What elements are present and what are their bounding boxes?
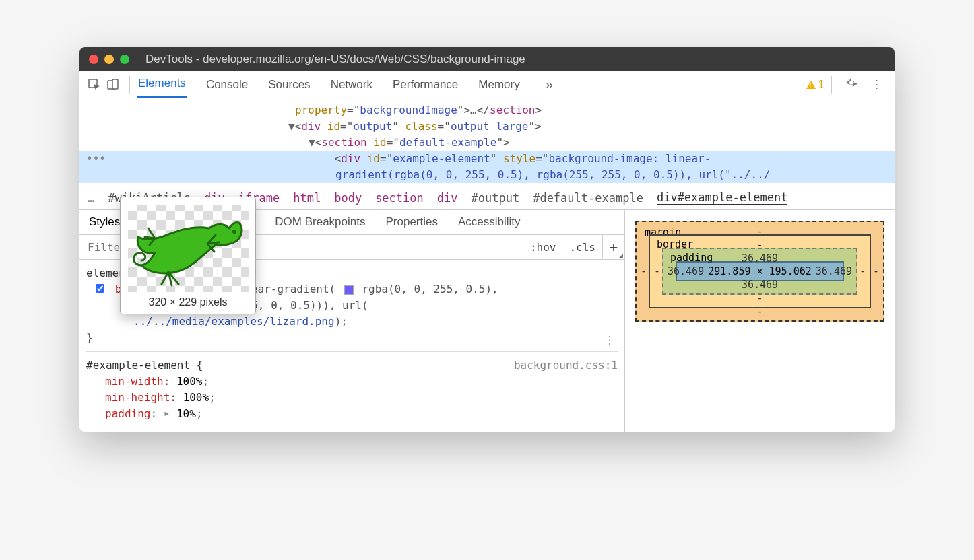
dom-line[interactable]: ▼<section id="default-example"> [79,135,895,151]
devtools-window: DevTools - developer.mozilla.org/en-US/d… [79,47,895,432]
tabs-overflow-icon[interactable]: » [539,77,560,92]
box-model-margin[interactable]: margin - - - - border - - - - padding 36… [635,221,884,322]
settings-icon[interactable] [839,77,864,92]
disclosure-triangle-icon[interactable]: ▼ [288,120,295,133]
preview-caption: 320 × 229 pixels [128,296,248,308]
prop-value[interactable]: 10% [176,407,196,420]
style-rule[interactable]: background.css:1 #example-element { min-… [86,357,618,422]
tab-console[interactable]: Console [205,73,249,97]
box-model-pane: margin - - - - border - - - - padding 36… [625,210,895,432]
lizard-icon [128,205,249,292]
dom-line[interactable]: property="backgroundImage">…</section> [79,102,895,118]
image-preview-tooltip: 320 × 229 pixels [120,197,256,314]
url-link[interactable]: ../../media/examples/lizard.png [133,315,335,328]
prop-name[interactable]: padding [105,407,150,420]
cls-toggle[interactable]: .cls [562,237,602,258]
box-model-border[interactable]: border - - - - padding 36.469 36.469 36.… [649,234,871,308]
prop-name[interactable]: min-width [105,375,164,388]
color-swatch-icon[interactable] [344,285,354,295]
crumb[interactable]: div [437,191,458,205]
crumb[interactable]: body [334,191,362,205]
tab-elements[interactable]: Elements [137,71,187,98]
subtab-accessibility[interactable]: Accessibility [458,215,521,229]
crumb[interactable]: #output [472,191,520,205]
hov-toggle[interactable]: :hov [523,237,563,258]
subtab-dom-breakpoints[interactable]: DOM Breakpoints [275,215,365,229]
tab-memory[interactable]: Memory [477,73,521,97]
more-menu-icon[interactable]: ⋮ [864,77,889,92]
new-style-rule-button[interactable]: + [602,235,624,259]
device-icon[interactable] [104,79,123,91]
warnings-badge[interactable]: 1 [806,78,824,92]
warnings-count: 1 [818,78,824,92]
rule-menu-icon[interactable]: ⋮ [604,332,615,349]
dom-tree[interactable]: property="backgroundImage">…</section> ▼… [79,98,895,186]
toolbar: Elements Console Sources Network Perform… [79,71,895,98]
window-titlebar: DevTools - developer.mozilla.org/en-US/d… [79,47,895,71]
dom-line[interactable]: ▼<div id="output" class="output large"> [79,118,895,135]
tab-performance[interactable]: Performance [391,73,459,97]
crumb[interactable]: #default-example [533,191,643,205]
window-minimize-button[interactable] [104,55,114,64]
breadcrumb-overflow-icon[interactable]: … [88,191,94,205]
subtab-styles[interactable]: Styles [89,215,120,229]
prop-name[interactable]: min-height [105,391,170,404]
property-toggle-checkbox[interactable] [96,284,104,293]
window-close-button[interactable] [89,55,98,64]
prop-value[interactable]: 100% [176,375,203,388]
crumb[interactable]: section [375,191,424,205]
ellipsis-icon[interactable]: ••• [79,152,106,165]
svg-point-3 [232,230,236,234]
dom-line-selected[interactable]: gradient(rgba(0, 0, 255, 0.5), rgba(255,… [79,167,895,183]
disclosure-triangle-icon[interactable]: ▼ [309,136,315,149]
preview-image [128,205,249,292]
subtab-properties[interactable]: Properties [385,215,437,229]
dom-line-selected[interactable]: ••• <div id="example-element" style="bac… [79,151,895,167]
tab-network[interactable]: Network [329,73,374,97]
expand-triangle-icon[interactable]: ▸ [164,405,170,421]
styles-pane: 320 × 229 pixels Styles DOM Breakpoints … [79,210,625,432]
crumb[interactable]: html [293,191,321,205]
svg-rect-2 [112,79,118,89]
tab-sources[interactable]: Sources [267,73,311,97]
inspect-icon[interactable] [85,79,104,91]
window-title: DevTools - developer.mozilla.org/en-US/d… [145,53,525,66]
window-zoom-button[interactable] [120,55,129,64]
box-model-padding[interactable]: padding 36.469 36.469 36.469 36.469 291.… [662,248,857,295]
rule-source-link[interactable]: background.css:1 [514,357,618,374]
crumb-selected[interactable]: div#example-element [657,190,787,205]
prop-value[interactable]: 100% [183,391,209,404]
warning-icon [806,81,816,89]
